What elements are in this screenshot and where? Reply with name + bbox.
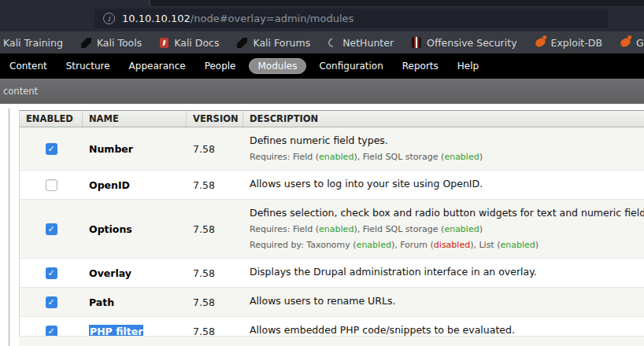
status-enabled: enabled — [357, 240, 391, 250]
enabled-cell: ✓ — [20, 288, 83, 316]
bookmark-item[interactable]: Kali Training — [3, 37, 63, 49]
bookmark-label: Kali Forums — [253, 37, 310, 49]
bookmark-item[interactable]: Offensive Security — [412, 37, 516, 49]
url-path: /node#overlay=admin/modules — [191, 13, 353, 24]
nethunter-icon — [327, 36, 339, 49]
modules-table-body: ✓Number7.58Defines numeric field types.R… — [20, 127, 644, 346]
column-header-version: VERSION — [187, 111, 243, 127]
module-version-cell: 7.58 — [187, 259, 243, 287]
module-version-cell: 7.58 — [187, 288, 243, 316]
checkbox-checked[interactable]: ✓ — [46, 223, 57, 235]
dependency-text: Requires: Field ( — [250, 224, 319, 234]
admin-menu-item-content[interactable]: Content — [3, 58, 54, 74]
module-name-cell: Overlay — [83, 259, 187, 287]
bookmark-item[interactable]: Kali Forums — [237, 37, 310, 49]
column-header-name: NAME — [83, 111, 187, 127]
bookmark-item[interactable]: GHDB — [620, 37, 644, 49]
admin-menu-item-appearance[interactable]: Appearance — [123, 58, 192, 74]
browser-toolbar: i 10.10.10.102/node#overlay=admin/module… — [0, 0, 644, 31]
checkbox-checked[interactable]: ✓ — [46, 267, 57, 279]
dependency-text: ) — [535, 240, 539, 250]
modules-table: ENABLEDNAMEVERSIONDESCRIPTION ✓Number7.5… — [19, 110, 644, 346]
module-description: Defines numeric field types. — [250, 134, 638, 147]
dependency-text: ), Field SQL storage ( — [353, 224, 444, 234]
module-name: Number — [89, 143, 133, 155]
module-description-cell: Defines numeric field types.Requires: Fi… — [243, 127, 644, 170]
dependency-text: ), Field SQL storage ( — [353, 152, 444, 162]
enabled-cell: ✓ — [20, 200, 83, 258]
admin-menu-item-modules[interactable]: Modules — [249, 58, 307, 74]
bookmark-label: NetHunter — [342, 37, 394, 49]
module-description: Allows users to log into your site using… — [250, 178, 638, 190]
status-enabled: enabled — [444, 224, 479, 234]
admin-menu-item-people[interactable]: People — [198, 58, 242, 74]
enabled-cell — [20, 171, 83, 199]
offsec-shield-icon — [412, 37, 421, 48]
enabled-cell: ✓ — [20, 259, 83, 287]
module-description: Displays the Drupal administration inter… — [250, 266, 638, 278]
module-name-cell: Path — [83, 288, 187, 316]
admin-menu-item-structure[interactable]: Structure — [60, 58, 117, 74]
checkbox-unchecked[interactable] — [46, 179, 57, 191]
bookmark-item[interactable]: NetHunter — [328, 37, 394, 49]
module-description-cell: Allows users to log into your site using… — [243, 171, 644, 199]
modules-table-header: ENABLEDNAMEVERSIONDESCRIPTION — [20, 110, 644, 127]
url-bar[interactable]: i 10.10.10.102/node#overlay=admin/module… — [94, 9, 608, 28]
bookmark-label: Kali Training — [3, 37, 63, 49]
module-row: ✓Overlay7.58Displays the Drupal administ… — [20, 259, 644, 288]
enabled-cell: ✓ — [20, 127, 83, 170]
module-dependencies: Required by: Taxonomy (enabled), Forum (… — [250, 240, 638, 251]
bug-icon — [534, 37, 546, 48]
module-row: OpenID7.58Allows users to log into your … — [20, 171, 644, 200]
admin-menu-item-reports[interactable]: Reports — [396, 58, 445, 74]
bookmark-label: GHDB — [636, 37, 644, 49]
status-enabled: enabled — [500, 240, 535, 250]
content-area: ENABLEDNAMEVERSIONDESCRIPTION ✓Number7.5… — [0, 104, 644, 346]
module-version-cell: 7.58 — [187, 127, 243, 170]
dagger-icon — [237, 38, 247, 48]
bookmark-item[interactable]: Kali Docs — [160, 37, 219, 49]
bookmark-label: Kali Docs — [174, 37, 219, 49]
module-dependencies: Requires: Field (enabled), Field SQL sto… — [250, 152, 638, 163]
shortcut-content-link[interactable]: content — [3, 86, 38, 97]
module-description-cell: Displays the Drupal administration inter… — [243, 259, 644, 287]
dependency-text: ) — [479, 152, 483, 162]
bookmark-label: Offensive Security — [427, 37, 516, 49]
bookmarks-bar: Kali TrainingKali ToolsKali DocsKali For… — [0, 31, 644, 53]
module-dependencies: Requires: Field (enabled), Field SQL sto… — [250, 224, 638, 235]
checkbox-checked[interactable]: ✓ — [46, 296, 57, 308]
shortcut-bar: content — [0, 79, 644, 104]
admin-menu-item-configuration[interactable]: Configuration — [313, 58, 389, 74]
tab-strip — [150, 0, 644, 7]
module-name: Overlay — [89, 267, 131, 279]
url-text: 10.10.10.102/node#overlay=admin/modules — [122, 13, 353, 24]
overlay-edge — [9, 109, 9, 346]
status-enabled: enabled — [319, 224, 353, 234]
bug-icon — [620, 37, 631, 48]
module-row: ✓Number7.58Defines numeric field types.R… — [20, 127, 644, 171]
module-name: Path — [89, 296, 114, 308]
dependency-text: Required by: Taxonomy ( — [250, 240, 357, 250]
site-info-icon[interactable]: i — [103, 13, 115, 24]
module-row: ✓Options7.58Defines selection, check box… — [20, 200, 644, 259]
module-description: Allows embedded PHP code/snippets to be … — [250, 324, 638, 337]
module-name-cell: Number — [83, 127, 187, 170]
bookmark-label: Kali Tools — [97, 37, 142, 49]
module-description-cell: Allows users to rename URLs. — [243, 288, 644, 316]
module-name-cell: OpenID — [83, 171, 187, 199]
bookmark-label: Exploit-DB — [551, 37, 602, 49]
module-description-cell: Defines selection, check box and radio b… — [243, 200, 644, 258]
bookmark-item[interactable]: Exploit-DB — [535, 37, 602, 49]
dependency-text: ), Forum ( — [391, 240, 434, 250]
docs-book-icon — [160, 38, 168, 48]
bookmark-item[interactable]: Kali Tools — [81, 37, 142, 49]
dependency-text: ) — [479, 224, 483, 234]
column-header-enabled: ENABLED — [20, 111, 83, 127]
module-name: Options — [89, 223, 132, 235]
module-name: OpenID — [89, 179, 130, 191]
checkbox-checked[interactable]: ✓ — [46, 143, 57, 155]
admin-menu-item-help[interactable]: Help — [451, 58, 485, 74]
module-name-cell: Options — [83, 200, 187, 258]
module-description: Allows users to rename URLs. — [250, 295, 638, 307]
module-row: ✓Path7.58Allows users to rename URLs. — [20, 288, 644, 317]
